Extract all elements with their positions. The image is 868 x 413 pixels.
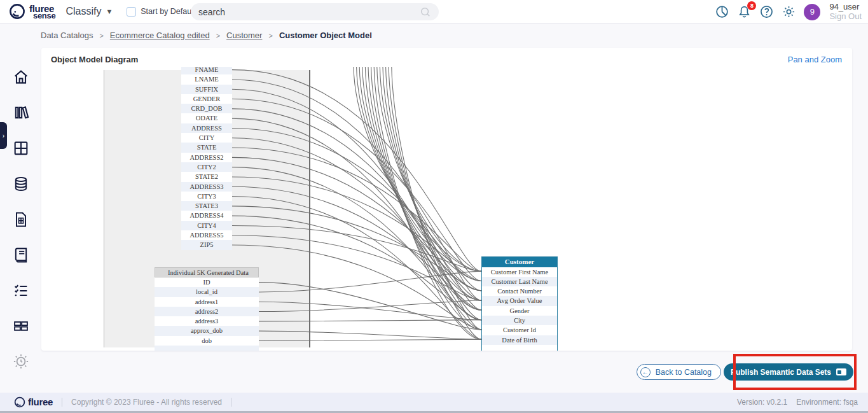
avatar-initial: 9 xyxy=(810,7,815,17)
field-row: Date of Birth xyxy=(482,335,557,345)
field-row: ADDRESS xyxy=(181,123,232,133)
sidebar-item-book[interactable] xyxy=(12,246,30,264)
publish-label: Publish Semantic Data Sets xyxy=(731,368,831,377)
search-input[interactable] xyxy=(198,7,420,17)
object-model-card: Object Model Diagram Pan and Zoom FNAMEL… xyxy=(41,48,852,351)
field-row: City xyxy=(482,316,557,325)
field-row-partial xyxy=(482,345,557,351)
footer: fluree Copyright © 2023 Fluree - All rig… xyxy=(0,393,868,411)
customer-table-header: Customer xyxy=(482,257,557,267)
grid-icon xyxy=(12,139,30,157)
sidebar-item-checklist[interactable] xyxy=(12,282,30,300)
field-row: ZIP5 xyxy=(181,240,232,249)
database-icon xyxy=(12,175,30,193)
field-row: SUFFIX xyxy=(181,85,232,94)
sign-out-link[interactable]: Sign Out xyxy=(829,12,862,21)
breadcrumb-data-catalogs[interactable]: Data Catalogs xyxy=(41,31,93,40)
back-to-catalog-label: Back to Catalog xyxy=(656,368,712,377)
field-row: dob xyxy=(155,336,259,346)
notification-badge: 8 xyxy=(747,1,756,10)
library-icon xyxy=(12,104,30,122)
breadcrumb-customer[interactable]: Customer xyxy=(226,31,262,40)
footer-environment: Environment: fsqa xyxy=(796,398,858,407)
help-icon[interactable] xyxy=(759,4,774,19)
gear-clock-icon xyxy=(12,353,30,370)
field-row: Customer Last Name xyxy=(482,277,557,286)
field-row: STATE3 xyxy=(181,201,232,211)
field-row: Customer Id xyxy=(482,325,557,335)
breadcrumb-ecommerce-catalog[interactable]: Ecommerce Catalog edited xyxy=(110,31,210,40)
avatar[interactable]: 9 xyxy=(804,4,820,20)
field-row: STATE2 xyxy=(181,172,232,181)
field-row: approx_dob xyxy=(155,326,259,335)
classify-menu[interactable]: Classify ▼ xyxy=(65,6,113,17)
start-by-default-checkbox[interactable] xyxy=(127,7,136,17)
field-row: LNAME xyxy=(181,74,232,84)
breadcrumb-separator: > xyxy=(99,32,103,39)
customer-table: Customer Customer First NameCustomer Las… xyxy=(481,256,558,351)
publish-card-icon xyxy=(836,368,846,375)
field-row: CITY4 xyxy=(181,221,232,230)
publish-semantic-data-sets-button[interactable]: Publish Semantic Data Sets xyxy=(724,363,853,381)
footer-logo-text: fluree xyxy=(28,396,53,407)
notifications-bell-icon[interactable]: 8 xyxy=(737,4,752,19)
field-row: STATE xyxy=(181,143,232,152)
checklist-icon xyxy=(12,282,30,300)
sidebar-item-home[interactable] xyxy=(12,68,30,86)
logo-text-sense: sense xyxy=(33,11,55,20)
sidebar-item-bricks[interactable] xyxy=(12,318,30,335)
top-navbar: fluree sense Classify ▼ Start by Default… xyxy=(0,0,868,24)
field-row-partial xyxy=(155,346,259,351)
footer-fluree-logo: fluree xyxy=(14,396,53,408)
footer-divider xyxy=(231,398,231,407)
field-row: CITY3 xyxy=(181,192,232,201)
field-row: ADDRESS2 xyxy=(181,153,232,162)
sidebar-item-grid[interactable] xyxy=(12,139,30,157)
field-row: Avg Order Value xyxy=(482,296,557,305)
analytics-pie-icon[interactable] xyxy=(715,4,729,19)
pan-and-zoom-link[interactable]: Pan and Zoom xyxy=(788,55,842,64)
sidebar-nav: › xyxy=(0,24,41,393)
bricks-icon xyxy=(12,318,30,335)
sidebar-item-database[interactable] xyxy=(12,175,30,193)
field-row: address1 xyxy=(155,297,259,307)
footer-divider xyxy=(62,398,62,407)
sidebar-item-report[interactable] xyxy=(12,211,30,228)
fluree-sense-logo: fluree sense xyxy=(9,3,55,20)
fluree-logo-icon xyxy=(14,396,25,408)
individual-5k-table: Individual 5K Generated Data IDlocal_ida… xyxy=(155,267,259,351)
field-row: CITY2 xyxy=(181,162,232,172)
report-icon xyxy=(12,211,30,228)
field-row: ADDRESS5 xyxy=(181,230,232,240)
field-row: Contact Number xyxy=(482,286,557,296)
card-title: Object Model Diagram xyxy=(51,55,138,64)
sidebar-active-indicator: › xyxy=(0,122,7,149)
start-by-default-label: Start by Default xyxy=(141,7,195,16)
sidebar-item-library[interactable] xyxy=(12,104,30,122)
classify-label: Classify xyxy=(65,6,101,17)
chevron-down-icon: ▼ xyxy=(106,8,113,15)
field-row: CITY xyxy=(181,133,232,143)
object-model-diagram-canvas[interactable]: FNAMELNAMESUFFIXGENDERCRD_DOBODATEADDRES… xyxy=(41,67,852,351)
field-row: FNAME xyxy=(181,67,232,74)
field-row: address3 xyxy=(155,316,259,326)
footer-copyright: Copyright © 2023 Fluree - All rights res… xyxy=(71,398,222,407)
back-to-catalog-button[interactable]: ← Back to Catalog xyxy=(637,364,721,380)
field-row: GENDER xyxy=(181,94,232,104)
breadcrumb-separator: > xyxy=(268,32,272,39)
search-bar[interactable] xyxy=(191,3,439,20)
field-row: Customer First Name xyxy=(482,267,557,277)
breadcrumb-separator: > xyxy=(216,32,220,39)
breadcrumb-current-page: Customer Object Model xyxy=(279,31,372,40)
field-row: ADDRESS4 xyxy=(181,211,232,220)
field-row: local_id xyxy=(155,287,259,297)
fluree-logo-icon xyxy=(9,3,25,20)
home-icon xyxy=(12,68,30,86)
breadcrumb: Data Catalogs > Ecommerce Catalog edited… xyxy=(41,31,372,40)
field-row: Gender xyxy=(482,306,557,316)
gear-icon[interactable] xyxy=(782,4,796,19)
field-row: ODATE xyxy=(181,113,232,123)
field-row: ID xyxy=(155,277,259,287)
username: 94_user xyxy=(829,3,862,11)
sidebar-item-settings[interactable] xyxy=(12,353,30,370)
